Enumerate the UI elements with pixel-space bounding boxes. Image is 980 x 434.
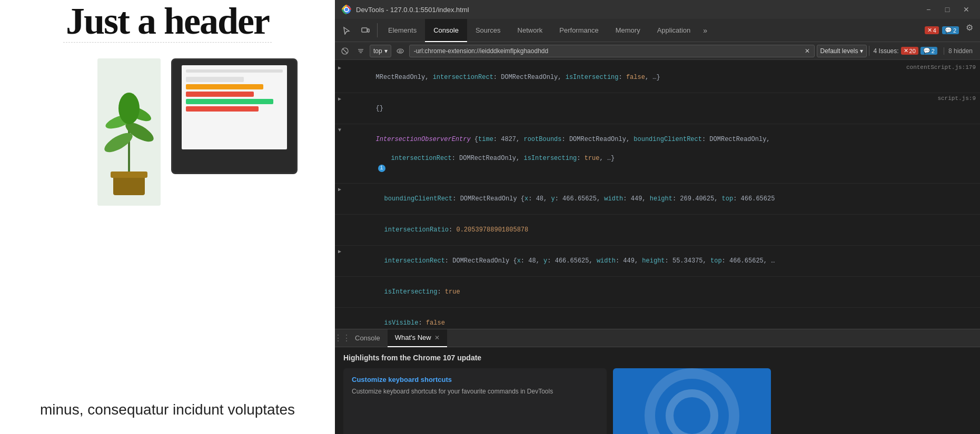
source-link[interactable]: script.js:9 — [931, 94, 976, 103]
nav-spacer — [711, 19, 925, 42]
expand-arrow[interactable]: ▶ — [338, 186, 341, 194]
device-toggle-button[interactable] — [356, 19, 375, 42]
decorative-circle — [645, 368, 739, 434]
nav-divider — [377, 23, 378, 37]
tab-memory[interactable]: Memory — [607, 19, 649, 42]
settings-button[interactable]: ⚙ — [961, 19, 978, 36]
nav-tabs: Elements Console Sources Network Perform… — [335, 19, 980, 42]
console-line: ▶ MRectReadOnly, intersectionRect: DOMRe… — [335, 62, 980, 93]
console-toolbar: top ▾ -url:chrome-extension://ieidddkeim… — [335, 42, 980, 60]
page-header: Just a header — [0, 0, 335, 42]
devtools-title: DevTools - 127.0.0.1:5501/index.html — [356, 6, 917, 14]
svg-point-19 — [397, 49, 403, 53]
error-badge: ✕ 4 — [925, 26, 939, 34]
tab-elements[interactable]: Elements — [380, 19, 425, 42]
drawer-tab-console[interactable]: Console — [348, 329, 388, 347]
card-description: Customize keyboard shortcuts for your fa… — [352, 387, 598, 396]
drawer-content: Highlights from the Chrome 107 update Cu… — [335, 347, 980, 434]
filter-clear-button[interactable]: ✕ — [805, 47, 810, 55]
source-link[interactable]: contentScript.js:179 — [900, 63, 976, 72]
svg-rect-13 — [368, 29, 369, 32]
context-selector[interactable]: top ▾ — [370, 45, 391, 57]
clear-console-button[interactable] — [338, 44, 352, 58]
svg-point-8 — [118, 93, 140, 124]
tab-console[interactable]: Console — [425, 19, 467, 42]
drawer-drag-handle[interactable]: ⋮⋮ — [337, 333, 348, 343]
tab-application[interactable]: Application — [649, 19, 699, 42]
console-line: ▼ IntersectionObserverEntry {time: 4827,… — [335, 124, 980, 184]
page-heading: Just a header — [66, 0, 269, 43]
console-line: intersectionRatio: 0.20539788901805878 — [335, 215, 980, 246]
close-whats-new-button[interactable]: ✕ — [434, 334, 440, 341]
issues-count: 4 Issues: ✕ 20 💬 2 — [869, 46, 942, 56]
svg-line-15 — [343, 49, 347, 53]
expand-arrow[interactable]: ▼ — [338, 126, 341, 134]
expand-arrow[interactable]: ▶ — [338, 248, 341, 256]
warning-badge: 💬 2 — [942, 26, 959, 34]
whats-new-card: Customize keyboard shortcuts Customize k… — [343, 368, 972, 434]
plant-illustration — [97, 58, 161, 206]
bottom-drawer: ⋮⋮ Console What's New ✕ Highlights from … — [335, 329, 980, 434]
svg-rect-2 — [111, 171, 147, 178]
issues-error-badge: ✕ 20 — [901, 47, 918, 55]
svg-rect-12 — [362, 28, 367, 32]
maximize-button[interactable]: □ — [940, 2, 955, 17]
page-content-area — [0, 43, 335, 358]
svg-point-11 — [345, 8, 349, 12]
eye-button[interactable] — [393, 44, 407, 58]
svg-point-20 — [399, 50, 401, 52]
expand-arrow[interactable]: ▶ — [338, 95, 341, 103]
console-output: ▶ MRectReadOnly, intersectionRect: DOMRe… — [335, 60, 980, 329]
cursor-tool-button[interactable] — [337, 19, 356, 42]
chrome-icon — [341, 4, 352, 15]
issues-info-badge: 💬 2 — [920, 47, 937, 55]
decorative-circle-inner — [666, 389, 718, 434]
console-line: isVisible: false — [335, 308, 980, 329]
webpage-area: Just a header — [0, 0, 335, 434]
log-levels-selector[interactable]: Default levels ▾ — [817, 45, 867, 57]
nav-badges: ✕ 4 💬 2 — [925, 19, 961, 42]
tab-network[interactable]: Network — [509, 19, 551, 42]
page-bottom-text: minus, consequatur incidunt voluptates — [0, 401, 335, 418]
laptop-illustration — [171, 58, 298, 174]
console-line: ▶ boundingClientRect: DOMRectReadOnly {x… — [335, 184, 980, 215]
minimize-button[interactable]: − — [921, 2, 936, 17]
console-line: ▶ {} script.js:9 — [335, 93, 980, 124]
drawer-tab-whats-new[interactable]: What's New ✕ — [388, 329, 447, 347]
console-line: isIntersecting: true — [335, 277, 980, 308]
close-button[interactable]: ✕ — [959, 2, 974, 17]
devtools-panel: DevTools - 127.0.0.1:5501/index.html − □… — [335, 0, 980, 434]
whats-new-title: Highlights from the Chrome 107 update — [343, 354, 972, 362]
more-tabs-button[interactable]: » — [699, 19, 711, 42]
url-filter[interactable]: -url:chrome-extension://ieidddkeimflpkgh… — [409, 45, 815, 57]
expand-arrow[interactable]: ▶ — [338, 64, 341, 72]
console-line: ▶ intersectionRect: DOMRectReadOnly {x: … — [335, 246, 980, 277]
whats-new-text-card: Customize keyboard shortcuts Customize k… — [343, 368, 607, 434]
tab-sources[interactable]: Sources — [467, 19, 509, 42]
title-bar: DevTools - 127.0.0.1:5501/index.html − □… — [335, 0, 980, 19]
whats-new-image — [613, 368, 771, 434]
filter-button[interactable] — [354, 44, 368, 58]
tab-performance[interactable]: Performance — [551, 19, 607, 42]
drawer-tabs: ⋮⋮ Console What's New ✕ — [335, 329, 980, 347]
card-title[interactable]: Customize keyboard shortcuts — [352, 376, 598, 383]
hidden-count: 8 hidden — [944, 47, 977, 55]
